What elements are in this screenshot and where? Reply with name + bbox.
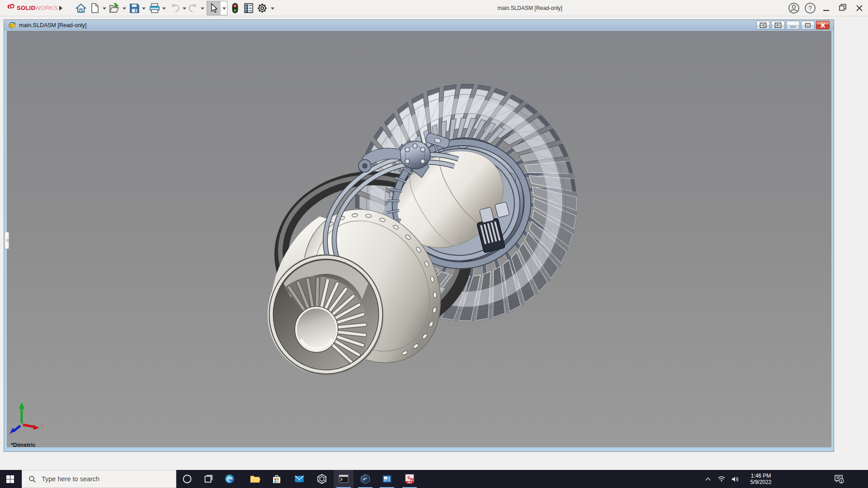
svg-text:W: W	[410, 477, 414, 482]
svg-text:1: 1	[840, 479, 842, 483]
svg-text:WORKS: WORKS	[35, 5, 58, 11]
svg-text:2021: 2021	[407, 482, 412, 484]
svg-text:?: ?	[808, 5, 812, 12]
svg-text:x: x	[41, 422, 44, 428]
svg-text:SOLID: SOLID	[17, 5, 35, 11]
